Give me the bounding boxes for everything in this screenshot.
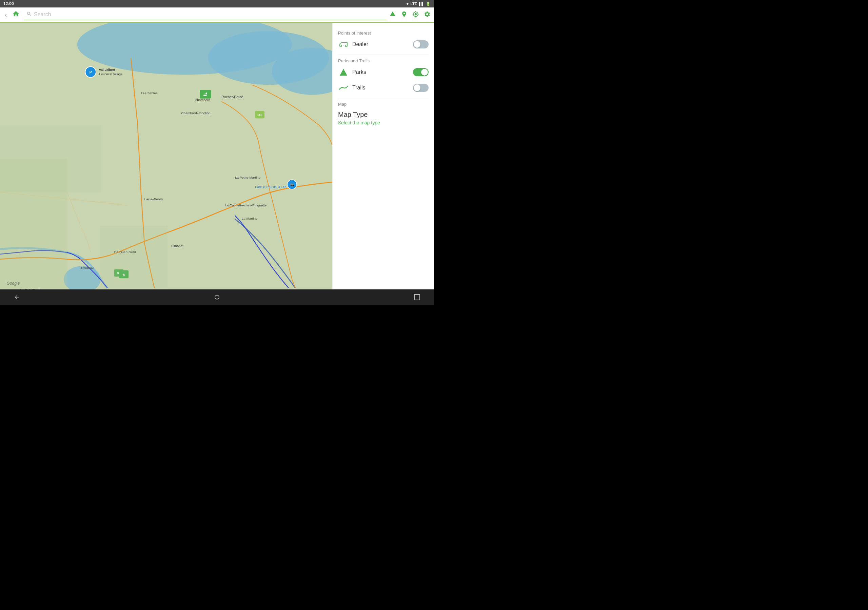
time: 12:00 [3,2,14,6]
svg-text:🏕: 🏕 [203,92,207,96]
svg-text:Le Petit-Rocher: Le Petit-Rocher [20,288,43,290]
svg-rect-37 [0,125,101,192]
dealer-label: Dealer [352,41,409,48]
svg-text:📷: 📷 [290,183,294,187]
search-icon [26,11,32,18]
map-svg: 95 169 P Val-Jalbert Historical Village … [0,23,332,290]
lte-label: LTE [410,2,417,6]
battery-icon: 🔋 [426,2,431,6]
svg-text:Bilodeau: Bilodeau [81,266,94,269]
search-bar[interactable]: Search [24,9,386,20]
parks-label: Parks [352,69,409,75]
right-panel: Points of interest Dealer [332,23,434,290]
map-type-title: Map Type [338,111,429,119]
divider-1 [338,54,429,55]
svg-point-40 [346,45,347,47]
parks-toggle[interactable] [413,68,429,76]
dealer-toggle[interactable] [413,40,429,48]
trails-row: Trails [338,82,429,93]
map-section: Map Map Type Select the map type [338,102,429,125]
poi-section: Points of interest Dealer [338,31,429,50]
parks-row: Parks [338,67,429,77]
svg-text:La Cavée: La Cavée [141,289,156,290]
top-bar: ‹ Search [0,8,434,23]
svg-point-41 [343,46,344,46]
signal-icon: ▌▌ [419,2,424,6]
svg-text:Parc le Trou de la Fée: Parc le Trou de la Fée [255,185,286,189]
svg-text:P: P [90,70,92,74]
top-right-icons [389,11,431,19]
home-nav-button[interactable] [210,290,224,304]
svg-text:Les Sables: Les Sables [141,91,158,95]
svg-rect-38 [101,226,168,288]
parks-icon[interactable] [389,11,396,19]
back-nav-button[interactable] [10,290,24,304]
bottom-nav-bar [0,290,434,305]
svg-text:Chambord-Jonction: Chambord-Jonction [181,111,211,115]
map-type-link[interactable]: Select the map type [338,120,429,125]
svg-text:169: 169 [257,113,262,116]
recents-nav-button[interactable] [410,290,424,304]
svg-text:Chambord: Chambord [195,98,210,102]
status-bar: 12:00 ▾ LTE ▌▌ 🔋 [0,0,434,8]
svg-point-39 [340,45,342,47]
gps-icon[interactable] [412,11,419,19]
poi-header: Points of interest [338,31,429,36]
search-placeholder[interactable]: Search [34,11,384,18]
svg-text:Lac-à-Belley: Lac-à-Belley [144,197,163,201]
svg-text:Historical Village: Historical Village [99,72,122,76]
settings-icon[interactable] [424,11,431,19]
divider-2 [338,98,429,98]
wifi-icon: ▾ [406,2,409,6]
back-button[interactable]: ‹ [3,10,8,20]
dealer-icon [338,39,349,50]
trails-toggle[interactable] [413,84,429,92]
parks-trails-header: Parks and Trails [338,58,429,63]
svg-point-42 [215,295,219,299]
svg-text:Rocher-Percé: Rocher-Percé [222,95,243,99]
home-button[interactable] [11,9,21,21]
svg-text:Simonet: Simonet [171,244,183,248]
svg-text:La Petite-Martine: La Petite-Martine [235,175,261,179]
dealer-row: Dealer [338,39,429,50]
location-pin-icon[interactable] [401,11,408,19]
map-area[interactable]: 95 169 P Val-Jalbert Historical Village … [0,23,332,290]
status-icons: ▾ LTE ▌▌ 🔋 [406,2,431,6]
parks-trails-section: Parks and Trails Parks [338,58,429,93]
main-content: 95 169 P Val-Jalbert Historical Village … [0,23,434,290]
trails-label: Trails [352,85,409,91]
svg-text:La Martine: La Martine [242,217,258,220]
svg-text:La Cachette-chez-Ringuette: La Cachette-chez-Ringuette [225,203,267,207]
svg-text:Val-Jalbert: Val-Jalbert [99,68,115,71]
map-section-header: Map [338,102,429,107]
trails-icon [338,82,349,93]
parks-filter-icon [338,67,349,77]
